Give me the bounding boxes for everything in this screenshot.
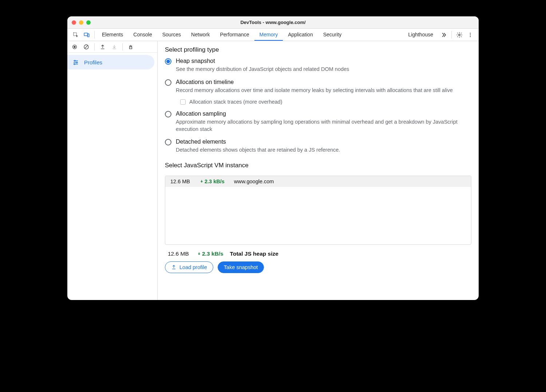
sliders-icon (72, 59, 79, 65)
total-rate: 2.3 kB/s (197, 251, 223, 257)
tab-memory[interactable]: Memory (254, 29, 283, 41)
arrow-down-icon (199, 179, 204, 184)
titlebar: DevTools - www.google.com/ (67, 16, 479, 29)
option-title: Detached elements (176, 139, 471, 145)
option-desc: Record memory allocations over time and … (176, 87, 471, 94)
vm-domain: www.google.com (234, 179, 274, 184)
svg-point-6 (470, 36, 471, 37)
record-icon[interactable] (70, 42, 80, 52)
profiles-sidebar: Profiles (67, 41, 158, 300)
totals-row: 12.6 MB 2.3 kB/s Total JS heap size (165, 245, 471, 261)
collect-garbage-icon[interactable] (126, 42, 136, 52)
kebab-menu-icon[interactable] (465, 29, 476, 41)
sidebar-item-label: Profiles (84, 59, 102, 65)
sidebar-toolbar (67, 41, 157, 53)
svg-rect-2 (87, 34, 89, 37)
tab-security[interactable]: Security (318, 29, 347, 41)
radio-heap-snapshot[interactable] (165, 58, 171, 65)
more-tabs-icon[interactable] (438, 29, 449, 41)
checkbox-label: Allocation stack traces (more overhead) (189, 99, 282, 105)
svg-point-4 (470, 33, 471, 33)
svg-line-10 (85, 45, 88, 48)
upload-icon[interactable] (98, 42, 108, 52)
button-label: Load profile (179, 264, 207, 270)
section-vm-instance: Select JavaScript VM instance (165, 162, 471, 169)
option-title: Allocations on timeline (176, 79, 471, 85)
take-snapshot-button[interactable]: Take snapshot (218, 261, 264, 273)
option-title: Allocation sampling (176, 111, 471, 117)
tab-network[interactable]: Network (186, 29, 215, 41)
download-icon[interactable] (109, 42, 119, 52)
option-desc: Detached elements shows objects that are… (176, 147, 471, 154)
vm-instance-list: 12.6 MB 2.3 kB/s www.google.com (165, 176, 471, 245)
memory-panel: Select profiling type Heap snapshot See … (158, 41, 479, 300)
arrow-down-icon (197, 252, 201, 256)
settings-icon[interactable] (454, 29, 465, 41)
tab-console[interactable]: Console (128, 29, 157, 41)
option-allocation-sampling[interactable]: Allocation sampling Approximate memory a… (165, 111, 471, 133)
option-desc: See the memory distribution of JavaScrip… (176, 66, 471, 73)
svg-point-17 (74, 64, 75, 65)
checkbox-allocation-stack-traces[interactable]: Allocation stack traces (more overhead) (176, 99, 471, 105)
option-heap-snapshot[interactable]: Heap snapshot See the memory distributio… (165, 58, 471, 73)
sidebar-item-profiles[interactable]: Profiles (67, 55, 154, 69)
tab-lighthouse[interactable]: Lighthouse (403, 29, 438, 41)
device-toolbar-icon[interactable] (81, 29, 92, 41)
vm-size: 12.6 MB (170, 179, 193, 184)
section-profiling-type: Select profiling type (165, 46, 471, 53)
button-label: Take snapshot (224, 264, 258, 270)
tab-sources[interactable]: Sources (157, 29, 186, 41)
option-title: Heap snapshot (176, 58, 471, 64)
clear-icon[interactable] (81, 42, 91, 52)
vm-instance-row[interactable]: 12.6 MB 2.3 kB/s www.google.com (165, 176, 471, 187)
vm-rate: 2.3 kB/s (199, 179, 225, 184)
tab-performance[interactable]: Performance (215, 29, 254, 41)
radio-allocations-timeline[interactable] (165, 79, 171, 86)
tab-elements[interactable]: Elements (97, 29, 128, 41)
svg-point-13 (74, 60, 75, 61)
radio-detached-elements[interactable] (165, 139, 171, 145)
window-title: DevTools - www.google.com/ (67, 20, 479, 25)
checkbox-icon[interactable] (180, 99, 186, 105)
svg-point-8 (74, 46, 75, 48)
option-detached-elements[interactable]: Detached elements Detached elements show… (165, 139, 471, 154)
upload-icon (171, 264, 177, 270)
svg-point-5 (470, 34, 471, 35)
devtools-window: DevTools - www.google.com/ Elements Cons… (67, 16, 479, 300)
svg-point-15 (76, 62, 78, 63)
option-desc: Approximate memory allocations by sampli… (176, 119, 471, 133)
svg-rect-11 (130, 47, 132, 49)
load-profile-button[interactable]: Load profile (165, 261, 213, 273)
action-buttons: Load profile Take snapshot (165, 261, 471, 273)
devtools-tabbar: Elements Console Sources Network Perform… (67, 29, 479, 41)
svg-point-3 (459, 34, 460, 36)
total-size: 12.6 MB (168, 251, 190, 257)
tab-application[interactable]: Application (283, 29, 318, 41)
inspect-element-icon[interactable] (70, 29, 81, 41)
total-label: Total JS heap size (230, 251, 278, 257)
option-allocations-timeline[interactable]: Allocations on timeline Record memory al… (165, 79, 471, 105)
radio-allocation-sampling[interactable] (165, 111, 171, 117)
